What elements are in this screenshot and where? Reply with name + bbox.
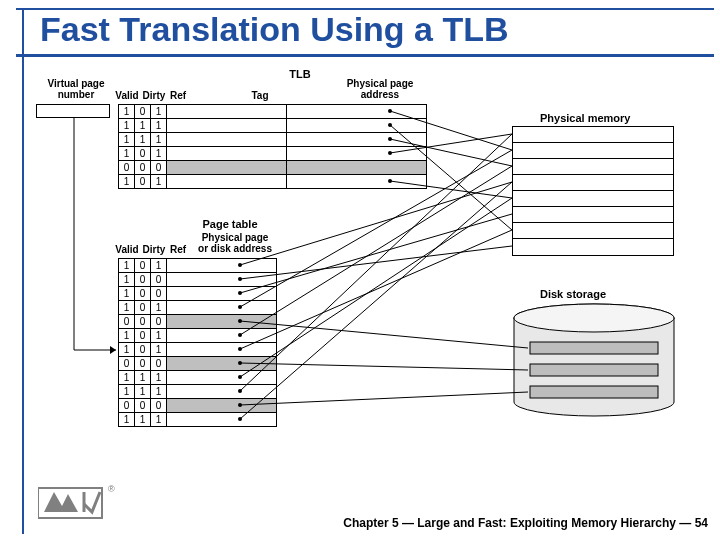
svg-marker-43 (44, 492, 78, 512)
pt-ref-label: Ref (166, 244, 190, 255)
disk-storage-icon (510, 302, 678, 426)
svg-line-33 (240, 363, 528, 370)
ppd-label: Physical page or disk address (190, 232, 280, 254)
svg-line-39 (240, 392, 528, 405)
svg-point-1 (514, 304, 674, 332)
tlb-dirty-label: Dirty (140, 90, 168, 101)
tlb-diagram: TLB Virtual page number Valid Dirty Ref … (40, 70, 680, 490)
vpn-box (36, 104, 110, 118)
tlb-table: 101111111101000101 (118, 104, 427, 189)
tlb-valid-label: Valid (112, 90, 142, 101)
svg-line-41 (240, 182, 512, 419)
page-table: 101100100101000101101000111111000111 (118, 258, 277, 427)
svg-line-27 (240, 321, 528, 348)
tlb-ref-label: Ref (166, 90, 190, 101)
svg-line-23 (240, 214, 512, 293)
pm-label: Physical memory (540, 112, 650, 124)
svg-rect-3 (530, 364, 658, 376)
svg-marker-7 (110, 346, 116, 354)
vpn-label: Virtual page number (40, 78, 112, 100)
svg-line-19 (240, 182, 512, 265)
physical-memory (512, 126, 674, 256)
disk-label: Disk storage (540, 288, 640, 300)
title-underline (16, 54, 714, 57)
pt-label: Page table (190, 218, 270, 230)
ppa-label: Physical page address (340, 78, 420, 100)
tlb-label: TLB (280, 68, 320, 80)
svg-line-29 (240, 166, 512, 335)
pt-dirty-label: Dirty (140, 244, 168, 255)
pt-valid-label: Valid (112, 244, 142, 255)
title-rule-left (22, 8, 24, 534)
svg-line-21 (240, 246, 512, 279)
svg-text:®: ® (108, 484, 115, 494)
svg-line-31 (240, 230, 512, 349)
footer-text: Chapter 5 — Large and Fast: Exploiting M… (0, 516, 708, 530)
svg-rect-4 (530, 386, 658, 398)
svg-rect-2 (530, 342, 658, 354)
tag-label: Tag (240, 90, 280, 101)
svg-line-35 (240, 198, 512, 377)
page-title: Fast Translation Using a TLB (40, 10, 509, 49)
